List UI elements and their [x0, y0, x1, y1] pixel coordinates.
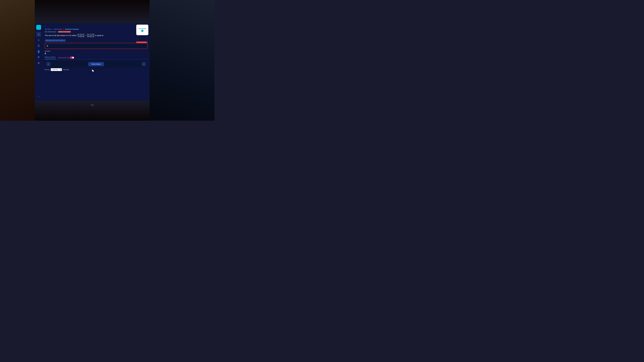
- fraction1-numerator: 3x²−9x+17: [77, 34, 84, 36]
- new-first-button[interactable]: New first: [63, 69, 69, 70]
- question-text: The sum of all real values of x for whic…: [45, 34, 148, 38]
- sidebar-item-edit[interactable]: ✏: [36, 38, 41, 42]
- sort-select[interactable]: New first Old first Top rated: [51, 68, 62, 71]
- main-content: Focus Session ‹ JEE Main > Mathematics >…: [42, 24, 150, 100]
- fraction2-denominator: 3x²+5x+12: [87, 36, 94, 38]
- sort-by-label: Sort by: [45, 69, 50, 70]
- next-button[interactable]: ›: [142, 62, 146, 66]
- back-button[interactable]: ‹: [45, 25, 46, 28]
- community-sol-label: Community Sol: [58, 57, 70, 58]
- sidebar-item-settings[interactable]: ⚙: [36, 60, 41, 66]
- breadcrumb-part2[interactable]: Mathematics: [54, 28, 62, 30]
- focus-diamond-icon: [141, 29, 144, 32]
- breadcrumb-part1[interactable]: JEE Main: [45, 28, 51, 30]
- gear-icon: ⚙: [38, 62, 40, 64]
- prev-button[interactable]: ‹: [46, 62, 50, 66]
- breadcrumb-sep2: >: [63, 28, 64, 30]
- answer-label: Answer:: [45, 50, 148, 52]
- edit-icon: ✏: [38, 39, 40, 42]
- tab-community-sol[interactable]: Community Sol: [58, 56, 74, 59]
- laptop-screen: ⌂ ✏ ☰ 👤 🗓 ⚙ → Focus Session ‹: [35, 24, 150, 100]
- question-id: Q41 (Numerical): [45, 31, 56, 32]
- check-answer-button[interactable]: Check Answer: [88, 62, 104, 66]
- app-logo[interactable]: [36, 25, 41, 30]
- navigation-row: ‹ Check Answer ›: [45, 61, 148, 67]
- focus-session-widget[interactable]: Focus Session: [136, 24, 148, 35]
- breadcrumb-sep1: >: [52, 28, 53, 30]
- year-badge-label: JEE Main 2022 (28 Jul Shift 1): [45, 39, 66, 42]
- question-header: Q41 (Numerical) • ▶ Video Sol Available …: [45, 31, 148, 32]
- math-fraction-2: 5x²−7x+19 3x²+5x+12: [87, 34, 94, 38]
- incorrect-answer-badge: Incorrect Answer: [136, 42, 148, 43]
- sidebar: ⌂ ✏ ☰ 👤 🗓 ⚙ →: [35, 24, 42, 100]
- calendar-icon: 🗓: [38, 56, 40, 58]
- answer-value: 6: [45, 52, 148, 55]
- video-icon: ▶: [59, 31, 60, 32]
- answer-input-wrapper: Incorrect Answer: [45, 43, 148, 49]
- sort-row: Sort by New first Old first Top rated Ne…: [45, 68, 148, 71]
- back-arrow-icon: ‹: [45, 25, 46, 28]
- sidebar-item-home[interactable]: ⌂: [36, 32, 41, 37]
- focus-session-label: Focus Session: [138, 28, 146, 29]
- fraction2-numerator: 5x²−7x+19: [87, 34, 94, 36]
- video-label: Video Sol Available: [60, 31, 70, 32]
- year-badge: JEE Main 2022 (28 Jul Shift 1): [45, 39, 148, 43]
- profile-icon: 👤: [37, 50, 40, 53]
- hp-logo: hp: [91, 104, 94, 106]
- question-prefix: The sum of all real values of x for whic…: [45, 34, 76, 36]
- logout-icon: →: [38, 95, 40, 98]
- fraction1-denominator: x²+3x+10: [78, 36, 84, 38]
- sidebar-item-profile[interactable]: 👤: [36, 49, 41, 54]
- video-badge[interactable]: ▶ Video Sol Available: [58, 31, 71, 32]
- sidebar-item-logout[interactable]: →: [36, 94, 41, 99]
- breadcrumb: JEE Main > Mathematics > Quadratic Equat…: [45, 28, 148, 30]
- answer-section: Answer: 6: [45, 50, 148, 55]
- menu-icon: ☰: [38, 44, 40, 47]
- answer-input[interactable]: [45, 43, 148, 49]
- sidebar-item-calendar[interactable]: 🗓: [36, 55, 41, 60]
- equals-sign: =: [85, 34, 86, 36]
- math-fraction-1: 3x²−9x+17 x²+3x+10: [77, 34, 84, 38]
- question-suffix: is equal to: [95, 34, 104, 36]
- tab-marks-solution[interactable]: Marks Solution: [45, 56, 56, 59]
- home-icon: ⌂: [38, 33, 40, 36]
- solution-tabs: Marks Solution Community Sol: [45, 56, 148, 59]
- breadcrumb-part3: Quadratic Equation: [65, 28, 79, 30]
- sidebar-item-menu[interactable]: ☰: [36, 43, 41, 48]
- community-sol-toggle[interactable]: [70, 56, 74, 59]
